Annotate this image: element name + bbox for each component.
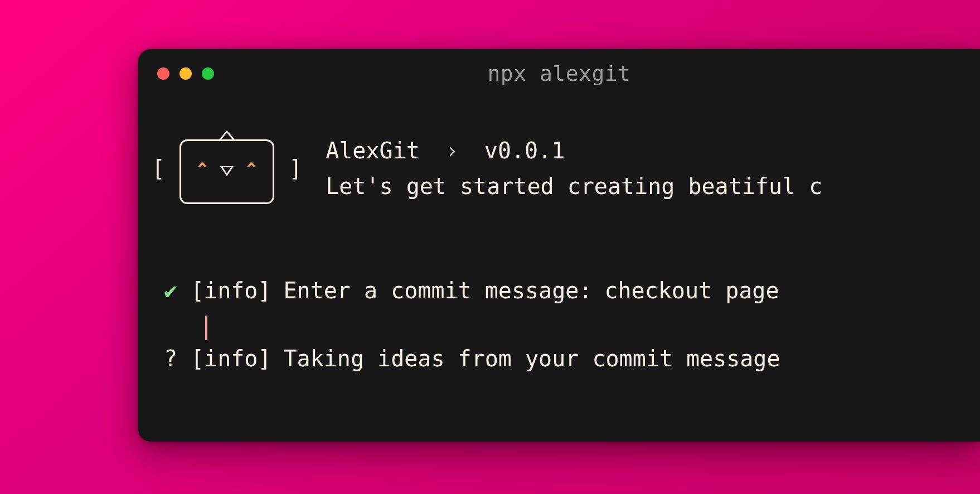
chevron-right-icon: › [445, 134, 459, 167]
close-icon[interactable] [157, 67, 169, 80]
bracket-left: [ [149, 152, 167, 185]
logo-eye-left: ^ [197, 157, 207, 182]
question-icon: ? [163, 342, 178, 375]
log-tag: [info] [191, 342, 271, 375]
window-title: npx alexgit [487, 61, 630, 86]
output: ✔ [info] Enter a commit message: checkou… [149, 274, 969, 375]
traffic-lights [157, 67, 214, 80]
check-icon: ✔ [163, 274, 178, 307]
app-header: [ ^ ^ ] AlexGit › v0.0.1 Let's get start… [149, 129, 969, 207]
app-tagline: Let's get started creating beatiful c [326, 170, 822, 202]
prompt-text: Enter a commit message: [284, 274, 593, 307]
bracket-right: ] [287, 152, 304, 185]
logo: [ ^ ^ ] [149, 129, 304, 207]
app-name: AlexGit [326, 134, 420, 167]
terminal-window: npx alexgit [ ^ ^ ] AlexGit › v0.0.1 [138, 49, 980, 442]
commit-message-input[interactable]: checkout page [604, 274, 779, 307]
log-tag: [info] [191, 274, 271, 307]
minimize-icon[interactable] [179, 67, 192, 80]
titlebar: npx alexgit [138, 49, 980, 98]
app-version: v0.0.1 [484, 134, 565, 167]
cat-logo-icon: ^ ^ [174, 129, 280, 207]
output-line: ? [info] Taking ideas from your commit m… [163, 342, 969, 375]
logo-eye-right: ^ [246, 157, 256, 182]
cursor-icon [205, 316, 207, 340]
maximize-icon[interactable] [202, 67, 214, 80]
terminal-content: [ ^ ^ ] AlexGit › v0.0.1 Let's get start… [138, 98, 980, 375]
output-line: ✔ [info] Enter a commit message: checkou… [163, 274, 969, 307]
status-text: Taking ideas from your commit message [284, 342, 780, 375]
